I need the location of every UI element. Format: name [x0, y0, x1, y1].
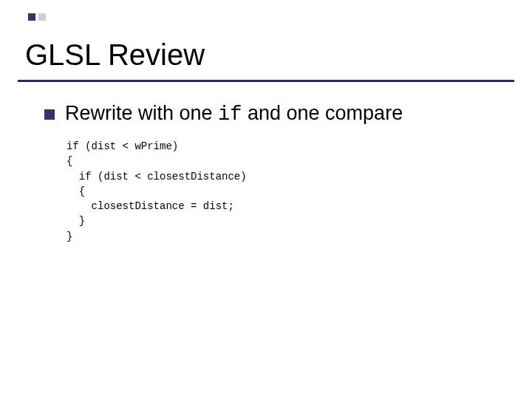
bullet-square-icon [44, 109, 55, 120]
code-line: } [66, 215, 85, 227]
bullet-text-pre: Rewrite with one [65, 102, 218, 124]
code-line: { [66, 185, 85, 197]
inline-code: if [218, 103, 242, 126]
corner-decoration [28, 13, 46, 21]
title-underline [18, 80, 514, 82]
slide-body: Rewrite with one if and one compare if (… [44, 102, 502, 244]
code-line: closestDistance = dist; [66, 200, 234, 212]
bullet-text-post: and one compare [242, 102, 403, 124]
code-line: if (dist < closestDistance) [66, 171, 247, 183]
code-line: if (dist < wPrime) [66, 140, 178, 152]
code-line: { [66, 155, 72, 167]
code-line: } [66, 231, 72, 242]
bullet-text: Rewrite with one if and one compare [65, 102, 403, 126]
slide: GLSL Review Rewrite with one if and one … [0, 0, 532, 399]
slide-title: GLSL Review [25, 38, 205, 72]
code-block: if (dist < wPrime) { if (dist < closestD… [66, 139, 502, 244]
bullet-item: Rewrite with one if and one compare [44, 102, 502, 126]
square-icon [38, 13, 46, 21]
square-icon [28, 13, 35, 21]
